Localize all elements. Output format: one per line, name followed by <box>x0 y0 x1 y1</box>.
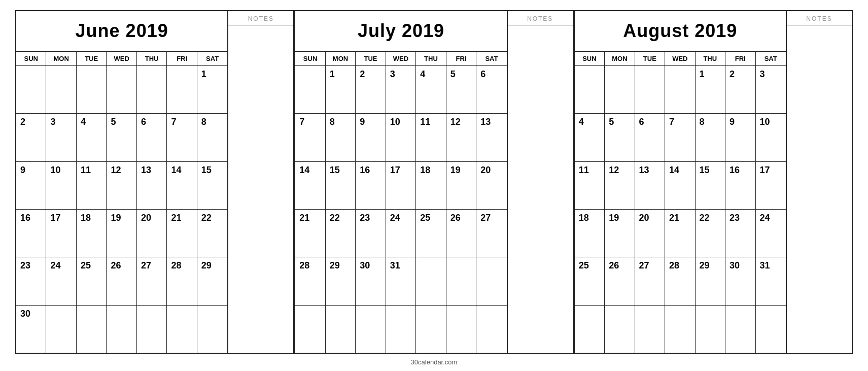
day-header-fri: FRI <box>725 52 755 66</box>
day-header-sun: SUN <box>16 52 46 66</box>
day-cell: 1 <box>696 66 725 114</box>
day-cell: 22 <box>197 210 227 257</box>
day-cell: 11 <box>575 162 605 210</box>
day-headers-june: SUNMONTUEWEDTHUFRISAT <box>16 51 227 66</box>
day-cell: 25 <box>77 257 107 305</box>
day-cell: 7 <box>167 114 197 161</box>
day-cell: 3 <box>756 66 786 114</box>
day-cell: 20 <box>476 162 506 210</box>
day-cell: 9 <box>356 114 386 161</box>
day-cell: 31 <box>386 257 416 305</box>
day-cell <box>446 257 476 305</box>
notes-august: NOTES <box>787 10 853 354</box>
calendar-section-june: June 2019SUNMONTUEWEDTHUFRISAT1234567891… <box>15 10 294 354</box>
day-cell <box>635 66 665 114</box>
day-cell: 4 <box>77 114 107 161</box>
day-cell: 20 <box>137 210 167 257</box>
day-cell: 15 <box>197 162 227 210</box>
day-cell <box>107 306 136 353</box>
day-cell <box>605 66 635 114</box>
day-cell: 14 <box>167 162 197 210</box>
day-cell: 19 <box>107 210 136 257</box>
day-cell: 18 <box>77 210 107 257</box>
day-header-thu: THU <box>137 52 167 66</box>
day-cell: 8 <box>326 114 356 161</box>
day-cell: 8 <box>197 114 227 161</box>
day-cell: 22 <box>696 210 725 257</box>
day-header-sun: SUN <box>295 52 325 66</box>
calendar-section-august: August 2019SUNMONTUEWEDTHUFRISAT12345678… <box>574 10 853 354</box>
notes-lines-july <box>508 26 573 353</box>
day-cell <box>416 306 446 353</box>
day-cell <box>295 66 325 114</box>
day-cell: 19 <box>446 162 476 210</box>
day-cell: 13 <box>635 162 665 210</box>
day-header-wed: WED <box>665 52 695 66</box>
calendar-title-august: August 2019 <box>575 11 786 51</box>
day-cell: 10 <box>756 114 786 161</box>
day-header-fri: FRI <box>446 52 476 66</box>
day-cell: 2 <box>16 114 46 161</box>
day-cell <box>476 306 506 353</box>
day-cell <box>725 306 755 353</box>
day-cell <box>167 306 197 353</box>
day-cell <box>756 306 786 353</box>
day-header-sat: SAT <box>756 52 786 66</box>
day-cell: 8 <box>696 114 725 161</box>
day-cell: 22 <box>326 210 356 257</box>
day-cell: 1 <box>197 66 227 114</box>
day-cell: 5 <box>446 66 476 114</box>
calendar-title-july: July 2019 <box>295 11 506 51</box>
day-cell: 3 <box>46 114 76 161</box>
day-cell: 14 <box>665 162 695 210</box>
day-cell: 25 <box>416 210 446 257</box>
day-cell: 30 <box>16 306 46 353</box>
day-cell: 15 <box>696 162 725 210</box>
day-cell <box>137 66 167 114</box>
day-header-sat: SAT <box>197 52 227 66</box>
day-cell: 14 <box>295 162 325 210</box>
day-header-thu: THU <box>696 52 725 66</box>
day-cell: 23 <box>725 210 755 257</box>
notes-july: NOTES <box>508 10 574 354</box>
day-cell <box>167 66 197 114</box>
day-cell: 4 <box>416 66 446 114</box>
day-cell: 11 <box>416 114 446 161</box>
day-cell: 10 <box>46 162 76 210</box>
day-cell: 27 <box>635 257 665 305</box>
notes-label-august: NOTES <box>787 11 852 26</box>
day-header-fri: FRI <box>167 52 197 66</box>
day-cell <box>137 306 167 353</box>
day-header-wed: WED <box>107 52 136 66</box>
day-cell: 16 <box>725 162 755 210</box>
day-header-tue: TUE <box>356 52 386 66</box>
day-cell: 24 <box>46 257 76 305</box>
day-header-thu: THU <box>416 52 446 66</box>
days-grid-july: 1234567891011121314151617181920212223242… <box>295 66 506 353</box>
day-cell <box>696 306 725 353</box>
day-cell: 12 <box>605 162 635 210</box>
day-cell: 29 <box>326 257 356 305</box>
day-header-mon: MON <box>326 52 356 66</box>
day-cell: 4 <box>575 114 605 161</box>
day-cell <box>46 306 76 353</box>
day-cell: 28 <box>665 257 695 305</box>
day-cell <box>575 66 605 114</box>
day-cell: 31 <box>756 257 786 305</box>
day-cell: 26 <box>446 210 476 257</box>
day-cell: 17 <box>46 210 76 257</box>
calendar-section-july: July 2019SUNMONTUEWEDTHUFRISAT1234567891… <box>294 10 573 354</box>
day-header-mon: MON <box>46 52 76 66</box>
day-cell: 2 <box>356 66 386 114</box>
day-cell: 6 <box>137 114 167 161</box>
day-cell: 1 <box>326 66 356 114</box>
day-cell <box>356 306 386 353</box>
day-cell: 6 <box>635 114 665 161</box>
day-cell: 6 <box>476 66 506 114</box>
day-cell: 27 <box>476 210 506 257</box>
calendar-august: August 2019SUNMONTUEWEDTHUFRISAT12345678… <box>574 10 787 354</box>
day-cell: 18 <box>416 162 446 210</box>
day-cell <box>665 306 695 353</box>
day-header-wed: WED <box>386 52 416 66</box>
day-cell: 30 <box>725 257 755 305</box>
